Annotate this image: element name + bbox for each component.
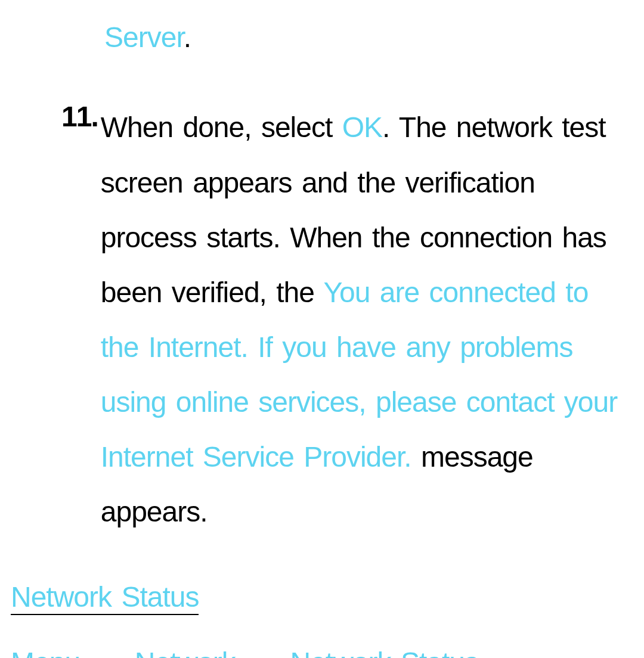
section-header-wrapper: Network Status [11,540,633,615]
step-11-container: 11. When done, select OK. The network te… [11,100,633,539]
step-number: 11. [61,100,98,539]
ok-label: OK [342,111,382,143]
breadcrumb-arrow-2: → [245,647,280,658]
server-period: . [184,21,191,53]
server-text-fragment: Server. [104,12,633,63]
breadcrumb-network: Network [135,647,236,658]
breadcrumb-menu: Menu [11,647,80,658]
step-text-1: When done, select [101,111,342,143]
breadcrumb-network-status: Network Status [290,647,478,658]
breadcrumb-arrow-1: → [89,647,125,658]
server-label: Server [104,21,184,53]
step-body: When done, select OK. The network test s… [98,100,633,539]
network-status-header: Network Status [11,581,199,615]
breadcrumb: Menu → Network → Network Status [11,646,633,658]
